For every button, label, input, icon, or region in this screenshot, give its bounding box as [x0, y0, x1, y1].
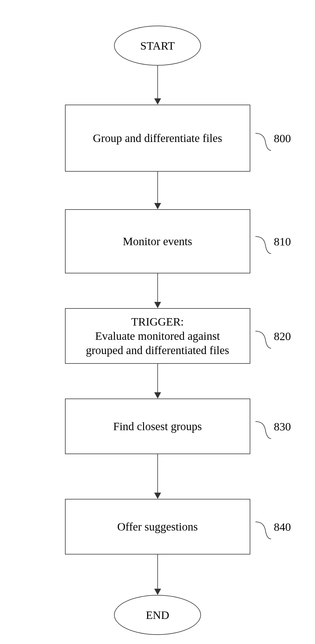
process-label: Group and differentiate files [93, 131, 222, 145]
arrow-line [157, 172, 158, 203]
process-step-820: TRIGGER: Evaluate monitored against grou… [65, 308, 250, 364]
start-label: START [140, 39, 175, 52]
arrow-connector [154, 273, 161, 308]
arrow-head-icon [154, 302, 161, 308]
arrow-connector [154, 172, 161, 209]
curve-connector-icon [255, 123, 271, 153]
curve-connector-icon [255, 226, 271, 256]
curve-connector-icon [255, 321, 271, 351]
reference-number: 800 [274, 131, 291, 145]
arrow-head-icon [154, 98, 161, 105]
reference-number: 830 [274, 420, 291, 433]
process-step-800: Group and differentiate files 800 [65, 105, 250, 172]
start-terminal: START [114, 26, 201, 66]
reference-label-container: 830 [255, 411, 291, 441]
arrow-connector [154, 454, 161, 499]
reference-label-container: 800 [255, 123, 291, 153]
arrow-line [157, 454, 158, 493]
end-label: END [146, 608, 169, 622]
process-label-multiline: TRIGGER: Evaluate monitored against grou… [86, 315, 229, 357]
arrow-head-icon [154, 392, 161, 399]
process-step-840: Offer suggestions 840 [65, 499, 250, 554]
arrow-head-icon [154, 203, 161, 209]
arrow-head-icon [154, 589, 161, 595]
process-step-810: Monitor events 810 [65, 209, 250, 273]
process-label: Find closest groups [113, 420, 202, 433]
process-step-830: Find closest groups 830 [65, 399, 250, 454]
process-line: TRIGGER: [86, 315, 229, 329]
arrow-connector [154, 66, 161, 105]
arrow-head-icon [154, 493, 161, 499]
curve-connector-icon [255, 411, 271, 441]
reference-label-container: 820 [255, 321, 291, 351]
reference-label-container: 840 [255, 512, 291, 542]
end-terminal: END [114, 595, 201, 635]
arrow-line [157, 66, 158, 98]
flowchart-container: START Group and differentiate files 800 … [0, 0, 315, 635]
curve-connector-icon [255, 512, 271, 542]
arrow-connector [154, 554, 161, 595]
process-label: Offer suggestions [117, 520, 198, 533]
process-line: Evaluate monitored against [86, 329, 229, 343]
reference-label-container: 810 [255, 226, 291, 256]
arrow-line [157, 554, 158, 589]
arrow-connector [154, 364, 161, 399]
arrow-line [157, 273, 158, 302]
reference-number: 840 [274, 520, 291, 533]
arrow-line [157, 364, 158, 392]
process-line: grouped and differentiated files [86, 343, 229, 357]
process-label: Monitor events [123, 235, 192, 248]
reference-number: 820 [274, 329, 291, 343]
reference-number: 810 [274, 235, 291, 248]
